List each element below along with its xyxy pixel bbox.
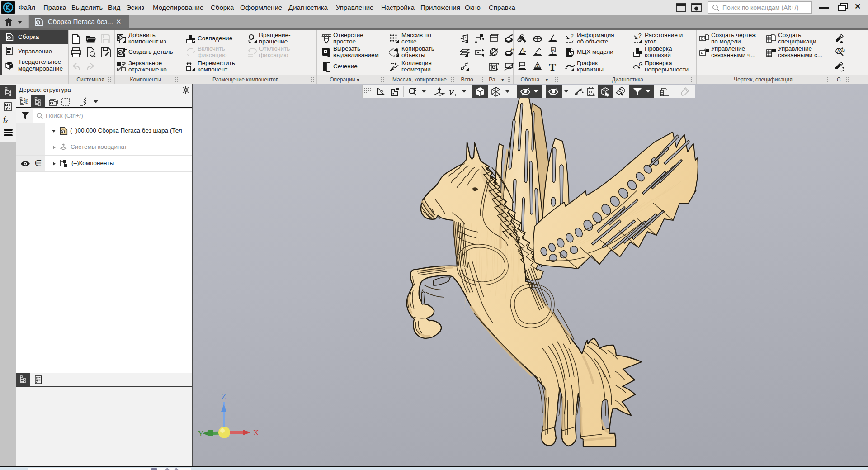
svg-text:A: A <box>552 48 555 52</box>
svg-text:G?: G? <box>639 62 643 67</box>
svg-text:B: B <box>842 48 845 52</box>
svg-text:T: T <box>549 62 556 72</box>
svg-text:?: ? <box>571 33 574 39</box>
svg-text:1: 1 <box>537 63 539 68</box>
svg-text:R: R <box>511 47 514 52</box>
svg-text:Y: Y <box>198 429 203 438</box>
svg-text:Z: Z <box>222 392 226 401</box>
svg-text:12: 12 <box>25 101 28 104</box>
svg-text:A: A <box>837 49 840 54</box>
svg-text:X: X <box>253 428 259 437</box>
svg-text:?: ? <box>638 33 642 39</box>
svg-text:E: E <box>523 47 526 52</box>
